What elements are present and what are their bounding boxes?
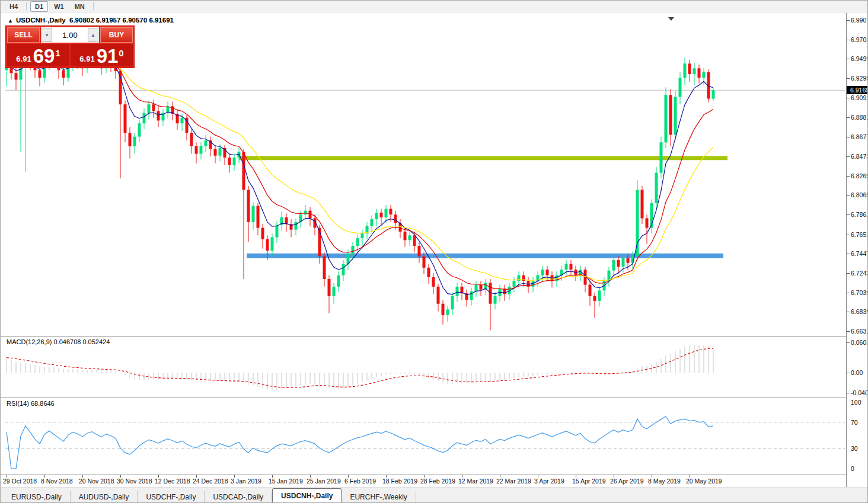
candle xyxy=(247,190,250,222)
price-axis-tick xyxy=(847,176,850,177)
chart-tab-eurchfweekly[interactable]: EURCHF-,Weekly xyxy=(342,491,416,503)
collapse-trade-panel-icon[interactable]: ▲ xyxy=(8,18,13,24)
macd-main-value: 0.046708 xyxy=(53,338,81,345)
date-axis-label: 8 May 2019 xyxy=(648,478,681,485)
candle xyxy=(62,71,65,78)
price-axis-tick xyxy=(847,331,850,332)
sell-price-button[interactable]: 6.91691 xyxy=(7,44,69,66)
chart-tab-usdcaddaily[interactable]: USDCAD-,Daily xyxy=(205,491,272,503)
candle xyxy=(337,275,340,287)
candle xyxy=(228,158,231,165)
buy-price-button[interactable]: 6.91910 xyxy=(71,44,133,66)
rsi-line xyxy=(7,417,713,469)
candle xyxy=(456,287,459,296)
pane-separator-rsi[interactable] xyxy=(1,398,868,398)
fast-ma xyxy=(7,62,713,294)
timeframe-button-w1[interactable]: W1 xyxy=(49,1,69,12)
chart-tab-audusddaily[interactable]: AUDUSD-,Daily xyxy=(71,491,138,503)
candle xyxy=(328,279,331,296)
candle xyxy=(205,140,208,146)
volume-input[interactable]: 1.00 xyxy=(52,28,88,42)
chart-area[interactable]: ▲USDCNH-,Daily 6.90802 6.91957 6.90570 6… xyxy=(1,13,868,503)
candle xyxy=(375,213,378,219)
timeframe-button-d1[interactable]: D1 xyxy=(30,1,48,12)
timeframe-button-mn[interactable]: MN xyxy=(70,1,90,12)
buy-price-prefix: 6.91 xyxy=(79,55,94,63)
macd-axis-label: 0.060342 xyxy=(851,339,868,346)
candle xyxy=(380,213,383,217)
sell-button[interactable]: SELL xyxy=(7,27,40,43)
candle xyxy=(261,228,264,239)
candle xyxy=(570,264,573,270)
macd-axis-tick xyxy=(847,373,850,373)
price-axis-tick xyxy=(847,293,850,293)
date-axis-label: 22 Mar 2019 xyxy=(496,478,531,485)
macd-signal-value: 0.052424 xyxy=(82,338,110,345)
candle xyxy=(669,95,672,134)
candle xyxy=(674,97,677,134)
toolbar-separator xyxy=(93,2,94,11)
candle xyxy=(655,173,658,203)
price-axis-label: 6.99070 xyxy=(851,17,868,24)
timeframe-button-h4[interactable]: H4 xyxy=(5,1,23,12)
candle xyxy=(404,232,407,240)
candle xyxy=(252,206,255,222)
candle xyxy=(304,211,307,214)
candle xyxy=(190,133,193,146)
macd-signal-line xyxy=(7,348,713,387)
price-axis-label: 6.66310 xyxy=(851,328,868,335)
chart-tab-eurusddaily[interactable]: EURUSD-,Daily xyxy=(3,491,71,503)
candle xyxy=(432,277,435,287)
candle xyxy=(148,104,151,113)
candle xyxy=(565,264,568,270)
chart-shift-marker[interactable] xyxy=(668,17,674,21)
price-axis-label: 6.76510 xyxy=(851,231,868,238)
pane-separator-macd[interactable] xyxy=(1,337,868,337)
candle xyxy=(195,146,198,154)
candle xyxy=(323,257,326,279)
price-axis-tick xyxy=(847,254,850,254)
candle xyxy=(333,287,336,296)
one-click-trade-panel: SELL ▼ 1.00 ▲ BUY 6.91691 6.91910 xyxy=(5,25,135,68)
sell-price-pip: 1 xyxy=(55,48,60,58)
candle xyxy=(276,225,279,238)
current-price-label: 6.91691 xyxy=(847,86,868,94)
price-axis-tick xyxy=(847,98,850,98)
buy-button[interactable]: BUY xyxy=(100,27,133,43)
chart-tab-usdcnhdaily[interactable]: USDCNH-,Daily xyxy=(272,488,342,503)
price-axis-label: 6.70390 xyxy=(851,289,868,296)
ohlc-high: 6.91957 xyxy=(96,17,121,24)
candle xyxy=(214,149,217,155)
rsi-axis-label: 30 xyxy=(851,445,858,452)
candle xyxy=(660,142,663,172)
candle xyxy=(703,72,706,78)
price-axis-tick xyxy=(847,40,850,40)
volume-decrease-button[interactable]: ▼ xyxy=(42,28,52,42)
volume-increase-button[interactable]: ▲ xyxy=(88,28,98,42)
candle xyxy=(152,104,155,111)
candle xyxy=(138,123,141,136)
candle xyxy=(617,260,620,267)
candle xyxy=(470,291,473,300)
chart-tab-bar: EURUSD-,DailyAUDUSD-,DailyUSDCHF-,DailyU… xyxy=(1,488,868,503)
macd-axis-label: -0.040415 xyxy=(851,389,868,396)
rsi-indicator-label: RSI(14) 68.8646 xyxy=(7,400,55,407)
date-axis-label: 20 May 2019 xyxy=(686,478,722,485)
candle xyxy=(233,158,236,165)
rsi-axis-label: 70 xyxy=(851,419,858,426)
candle xyxy=(409,235,411,240)
candle xyxy=(627,258,630,263)
price-chart-plot[interactable] xyxy=(1,13,868,488)
price-axis-tick xyxy=(847,312,850,312)
candle xyxy=(418,246,421,257)
date-axis-label: 3 Jan 2019 xyxy=(231,478,261,485)
chart-tab-usdchfdaily[interactable]: USDCHF-,Daily xyxy=(138,491,205,503)
price-axis-tick xyxy=(847,156,850,157)
candle xyxy=(684,63,687,78)
candle xyxy=(437,287,440,304)
candle xyxy=(266,239,269,251)
candle xyxy=(133,137,136,146)
candle xyxy=(394,214,397,223)
candle xyxy=(390,209,392,214)
macd-axis-tick xyxy=(847,393,850,393)
